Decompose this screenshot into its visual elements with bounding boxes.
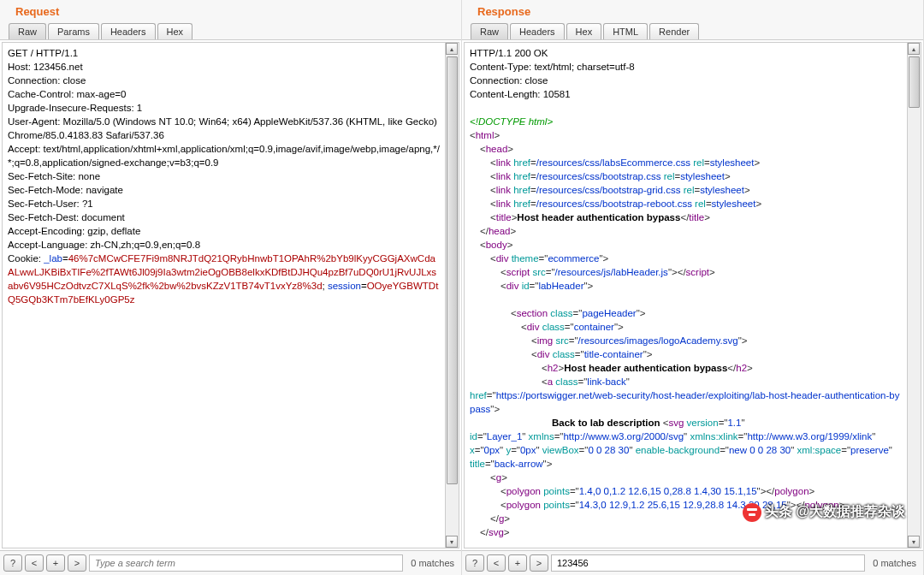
scroll-up-icon[interactable]: ▴: [446, 43, 458, 55]
tab-params[interactable]: Params: [48, 23, 99, 39]
html-line: </head>: [470, 224, 902, 238]
tab-headers[interactable]: Headers: [101, 23, 156, 39]
scroll-up-icon[interactable]: ▴: [908, 43, 920, 55]
response-panel: Response Raw Headers Hex HTML Render HTT…: [462, 0, 924, 575]
req-line: Accept: text/html,application/xhtml+xml,…: [8, 142, 440, 169]
match-count: 0 matches: [868, 558, 920, 568]
tab-hex[interactable]: Hex: [157, 23, 193, 39]
req-line: Sec-Fetch-Site: none: [8, 169, 440, 183]
html-line: <polygon points="1.4,0 0,1.2 12.6,15 0,2…: [470, 484, 902, 498]
scroll-thumb[interactable]: [447, 56, 458, 484]
html-line: <head>: [470, 142, 902, 156]
response-footer: ? < + > 0 matches: [462, 550, 923, 575]
tab-raw[interactable]: Raw: [471, 23, 508, 39]
html-line: id="Layer_1" xmlns="http://www.w3.org/20…: [470, 430, 902, 443]
html-line: <link href=/resources/css/bootstrap-rebo…: [470, 197, 902, 210]
response-body[interactable]: HTTP/1.1 200 OK Content-Type: text/html;…: [465, 43, 907, 548]
resp-line: Content-Length: 10581: [470, 87, 902, 101]
html-line: <g>: [470, 471, 902, 484]
html-line: <img src="/resources/images/logoAcademy.…: [470, 334, 902, 347]
html-line: <h2>Host header authentication bypass</h…: [470, 361, 902, 375]
req-cookie: Cookie: _lab=46%7cMCwCFE7Fi9m8NRJTdQ21QR…: [8, 252, 440, 306]
request-scrollbar[interactable]: ▴ ▾: [445, 43, 459, 548]
html-line: <link href=/resources/css/labsEcommerce.…: [470, 156, 902, 169]
req-line: Sec-Fetch-Mode: navigate: [8, 183, 440, 197]
html-line: <!DOCTYPE html>: [470, 115, 902, 128]
add-button[interactable]: +: [46, 554, 65, 572]
req-line: Accept-Encoding: gzip, deflate: [8, 224, 440, 238]
request-body[interactable]: GET / HTTP/1.1 Host: 123456.net Connecti…: [3, 43, 445, 548]
tab-html[interactable]: HTML: [603, 23, 648, 39]
req-line: Sec-Fetch-Dest: document: [8, 210, 440, 224]
scroll-down-icon[interactable]: ▾: [446, 536, 458, 548]
request-title: Request: [0, 0, 461, 21]
prev-button[interactable]: <: [487, 554, 506, 572]
html-line: <link href=/resources/css/bootstrap.css …: [470, 169, 902, 183]
req-line: User-Agent: Mozilla/5.0 (Windows NT 10.0…: [8, 115, 440, 142]
scroll-down-icon[interactable]: ▾: [908, 536, 920, 548]
req-line: Host: 123456.net: [8, 60, 440, 74]
html-line: <title>Host header authentication bypass…: [470, 210, 902, 224]
req-line: Sec-Fetch-User: ?1: [8, 197, 440, 210]
html-line: <html>: [470, 128, 902, 142]
search-input[interactable]: [551, 554, 865, 572]
html-line: <body>: [470, 238, 902, 252]
req-line: Cache-Control: max-age=0: [8, 87, 440, 101]
req-line: GET / HTTP/1.1: [8, 46, 440, 60]
tab-hex[interactable]: Hex: [566, 23, 602, 39]
html-line: <a class="link-back": [470, 375, 902, 388]
html-line: title="back-arrow">: [470, 457, 902, 471]
tab-render[interactable]: Render: [649, 23, 699, 39]
scroll-thumb[interactable]: [909, 56, 920, 108]
match-count: 0 matches: [406, 558, 458, 568]
req-line: Accept-Language: zh-CN,zh;q=0.9,en;q=0.8: [8, 238, 440, 252]
response-tabs: Raw Headers Hex HTML Render: [462, 21, 923, 40]
response-title: Response: [462, 0, 923, 21]
html-line: <div id="labHeader">: [470, 279, 902, 293]
html-line: Back to lab description <svg version="1.…: [470, 416, 902, 430]
html-line: href="https://portswigger.net/web-securi…: [470, 388, 902, 416]
response-scrollbar[interactable]: ▴ ▾: [907, 43, 921, 548]
avatar-icon: [743, 503, 761, 522]
help-button[interactable]: ?: [465, 554, 484, 572]
resp-line: Connection: close: [470, 74, 902, 87]
next-button[interactable]: >: [530, 554, 548, 572]
html-line: <div class="title-container">: [470, 347, 902, 361]
html-line: </svg>: [470, 525, 902, 539]
request-panel: Request Raw Params Headers Hex GET / HTT…: [0, 0, 462, 575]
request-footer: ? < + > 0 matches: [0, 550, 461, 575]
html-line: <section class="pageHeader">: [470, 306, 902, 320]
add-button[interactable]: +: [508, 554, 527, 572]
tab-raw[interactable]: Raw: [9, 23, 46, 39]
resp-line: Content-Type: text/html; charset=utf-8: [470, 60, 902, 74]
prev-button[interactable]: <: [25, 554, 44, 572]
search-input[interactable]: [89, 554, 403, 572]
help-button[interactable]: ?: [3, 554, 22, 572]
html-line: <link href=/resources/css/bootstrap-grid…: [470, 183, 902, 197]
resp-line: HTTP/1.1 200 OK: [470, 46, 902, 60]
next-button[interactable]: >: [68, 554, 86, 572]
html-line: <div theme="ecommerce">: [470, 252, 902, 265]
request-tabs: Raw Params Headers Hex: [0, 21, 461, 40]
html-line: x="0px" y="0px" viewBox="0 0 28 30" enab…: [470, 443, 902, 457]
html-line: <div class="container">: [470, 320, 902, 334]
html-line: <script src="/resources/js/labHeader.js"…: [470, 265, 902, 279]
req-line: Upgrade-Insecure-Requests: 1: [8, 101, 440, 115]
tab-headers[interactable]: Headers: [510, 23, 565, 39]
watermark: 头条 @大数据推荐杂谈: [743, 503, 905, 522]
req-line: Connection: close: [8, 74, 440, 87]
